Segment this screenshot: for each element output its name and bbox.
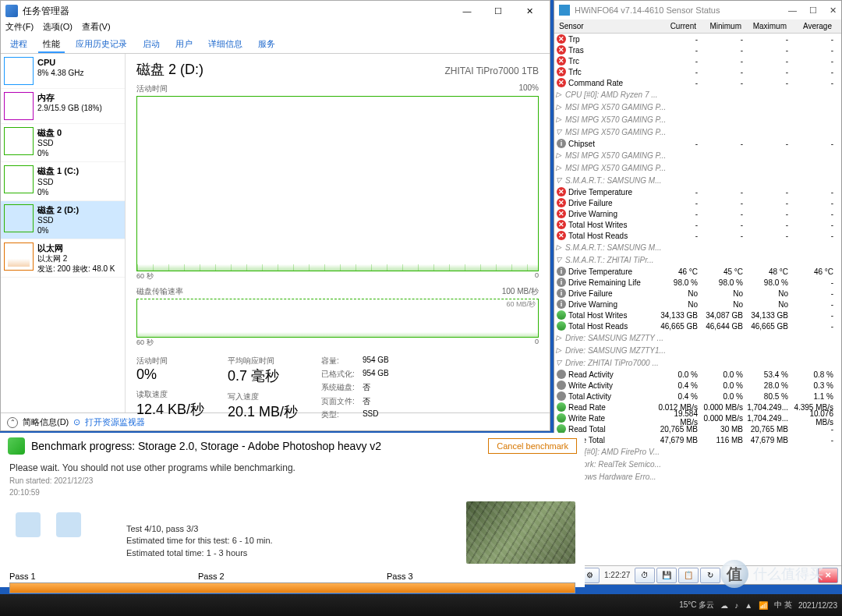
sensor-row[interactable]: Write Total47,679 MB116 MB47,679 MB- [554, 434, 841, 445]
memory-thumb-icon [4, 92, 34, 120]
sensor-row[interactable]: Read Total20,765 MB30 MB20,765 MB- [554, 423, 841, 434]
hwinfo-title-bar[interactable]: HWiNFO64 v7.14-4610 Sensor Status —☐✕ [554, 1, 841, 19]
sensor-row[interactable]: ✕Trfc---- [554, 66, 841, 77]
sensor-row[interactable]: Read Activity0.0 %0.0 %53.4 %0.8 % [554, 369, 841, 380]
taskbar[interactable]: 15°C 多云 ☁ ♪ ▲ 📶 中 英 2021/12/23 [0, 594, 842, 616]
sensor-row[interactable]: ✕Total Host Writes---- [554, 219, 841, 230]
sensor-section[interactable]: ▷CPU [#0]: AMD Ryzen 7 ... [554, 88, 841, 101]
sensor-section[interactable]: ▽S.M.A.R.T.: ZHITAI TiPr... [554, 253, 841, 266]
tab-details[interactable]: 详细信息 [203, 37, 247, 53]
sensor-row[interactable]: iDrive Temperature46 °C45 °C48 °C46 °C [554, 266, 841, 277]
storage-icon [16, 512, 41, 537]
sidebar-ethernet[interactable]: 以太网以太网 2发送: 200 接收: 48.0 K [1, 239, 125, 278]
maximize-button[interactable]: ☐ [809, 5, 817, 16]
menu-view[interactable]: 查看(V) [82, 21, 111, 37]
performance-sidebar: CPU8% 4.38 GHz 内存2.9/15.9 GB (18%) 磁盘 0S… [1, 54, 126, 412]
close-button[interactable]: ✕ [830, 5, 837, 16]
sensor-section[interactable]: ▽Drive: ZHITAI TiPro7000 ... [554, 356, 841, 369]
tab-history[interactable]: 应用历史记录 [71, 37, 132, 53]
sidebar-memory[interactable]: 内存2.9/15.9 GB (18%) [1, 89, 125, 124]
tab-services[interactable]: 服务 [253, 37, 280, 53]
sensor-row[interactable]: Total Host Writes34,133 GB34,087 GB34,13… [554, 310, 841, 320]
sensor-row[interactable]: Write Rate19.584 MB/s0.000 MB/s1,704.249… [554, 412, 841, 423]
cancel-benchmark-button[interactable]: Cancel benchmark [488, 438, 577, 454]
sensor-row[interactable]: iDrive FailureNoNoNo- [554, 288, 841, 299]
sensor-row[interactable]: iDrive Remaining Life98.0 %98.0 %98.0 %- [554, 277, 841, 288]
weather-widget[interactable]: 15°C 多云 [679, 600, 714, 611]
maximize-button[interactable]: ☐ [483, 6, 514, 16]
column-header[interactable]: Sensor Current Minimum Maximum Average [554, 19, 841, 34]
tray-icon[interactable]: ☁ [720, 601, 728, 610]
tab-processes[interactable]: 进程 [5, 37, 32, 53]
menu-options[interactable]: 选项(O) [43, 21, 73, 37]
sensor-row[interactable]: ✕Drive Temperature---- [554, 186, 841, 197]
sensor-row[interactable]: ✕Trc---- [554, 55, 841, 66]
sensor-row[interactable]: ✕Command Rate---- [554, 77, 841, 88]
title-bar[interactable]: 任务管理器 — ☐ ✕ [1, 1, 550, 21]
wait-text: Please wait. You should not use other pr… [9, 462, 575, 473]
close-button[interactable]: ✕ [514, 6, 545, 16]
sidebar-disk1[interactable]: 磁盘 1 (C:)SSD0% [1, 162, 125, 200]
sensor-section[interactable]: ▷MSI MPG X570 GAMING P... [554, 113, 841, 126]
benchmark-icon [8, 437, 25, 455]
minimize-button[interactable]: — [451, 6, 483, 16]
sensor-list[interactable]: ✕Trp----✕Tras----✕Trc----✕Trfc----✕Comma… [554, 34, 841, 564]
performance-main: 磁盘 2 (D:) ZHITAI TiPro7000 1TB 活动时间100% … [126, 54, 550, 412]
uptime: 1:22:27 [601, 571, 633, 579]
network-thumb-icon [4, 243, 34, 271]
sensor-row[interactable]: iChipset---- [554, 138, 841, 149]
sensor-section[interactable]: ▽MSI MPG X570 GAMING P... [554, 126, 841, 138]
sensor-section[interactable]: ▷Windows Hardware Erro... [554, 470, 841, 483]
sensor-row[interactable]: ✕Total Host Reads---- [554, 230, 841, 241]
sensor-row[interactable]: Write Activity0.4 %0.0 %28.0 %0.3 % [554, 380, 841, 391]
sensor-section[interactable]: ▷Network: RealTek Semico... [554, 458, 841, 470]
menu-bar: 文件(F) 选项(O) 查看(V) [1, 21, 550, 37]
sensor-section[interactable]: ▽S.M.A.R.T.: SAMSUNG M... [554, 174, 841, 186]
tool-button[interactable]: 📋 [678, 568, 699, 583]
fewer-details-button[interactable]: 简略信息(D) [23, 416, 69, 428]
tray-icon[interactable]: 📶 [759, 601, 768, 610]
tab-startup[interactable]: 启动 [138, 37, 165, 53]
tool-button[interactable]: 💾 [656, 568, 677, 583]
disk-title: 磁盘 2 (D:) [136, 60, 203, 79]
tool-button[interactable]: ↻ [700, 568, 720, 583]
overall-icon [56, 512, 81, 537]
window-title: 任务管理器 [23, 5, 69, 18]
tab-bar: 进程 性能 应用历史记录 启动 用户 详细信息 服务 [1, 37, 550, 54]
sensor-row[interactable]: ✕Trp---- [554, 34, 841, 44]
tool-button[interactable]: ⏱ [635, 568, 655, 583]
watermark-icon: 值 [720, 560, 748, 588]
sensor-row[interactable]: ✕Drive Warning---- [554, 208, 841, 219]
app-icon [5, 5, 18, 17]
sensor-section[interactable]: ▷MSI MPG X570 GAMING P... [554, 161, 841, 174]
ime-indicator[interactable]: 中 英 [774, 600, 792, 611]
sidebar-disk2[interactable]: 磁盘 2 (D:)SSD0% [1, 201, 125, 239]
sensor-row[interactable]: Total Host Reads46,665 GB46,644 GB46,665… [554, 320, 841, 331]
activity-chart [136, 96, 539, 271]
sensor-section[interactable]: ▷MSI MPG X570 GAMING P... [554, 101, 841, 113]
sensor-section[interactable]: ▷MSI MPG X570 GAMING P... [554, 149, 841, 161]
hwinfo-icon [559, 5, 570, 16]
memory-label: 内存 [37, 93, 55, 102]
disk-thumb-icon [4, 204, 34, 232]
sensor-section[interactable]: ▷Drive: SAMSUNG MZ7TY ... [554, 331, 841, 344]
sensor-row[interactable]: ✕Tras---- [554, 44, 841, 55]
menu-file[interactable]: 文件(F) [5, 21, 34, 37]
tab-users[interactable]: 用户 [171, 37, 197, 53]
tray-icon[interactable]: ♪ [734, 601, 738, 610]
sensor-row[interactable]: Total Activity0.4 %0.0 %80.5 %1.1 % [554, 391, 841, 402]
open-resmon-link[interactable]: 打开资源监视器 [85, 416, 145, 428]
minimize-button[interactable]: — [788, 5, 797, 16]
chevron-up-icon[interactable]: ⌃ [7, 417, 18, 428]
sensor-section[interactable]: ▷S.M.A.R.T.: SAMSUNG M... [554, 241, 841, 253]
sensor-section[interactable]: ▷Drive: SAMSUNG MZ7TY1... [554, 344, 841, 356]
clock[interactable]: 2021/12/23 [798, 601, 837, 610]
sensor-section[interactable]: ▷GPU [#0]: AMD FirePro V... [554, 445, 841, 458]
sidebar-disk0[interactable]: 磁盘 0SSD0% [1, 124, 125, 162]
tray-icon[interactable]: ▲ [745, 601, 752, 610]
sensor-row[interactable]: ✕Drive Failure---- [554, 197, 841, 208]
read-value: 12.4 KB/秒 [136, 400, 204, 419]
sidebar-cpu[interactable]: CPU8% 4.38 GHz [1, 54, 125, 89]
tab-performance[interactable]: 性能 [38, 37, 65, 53]
sensor-row[interactable]: iDrive WarningNoNoNo- [554, 299, 841, 310]
